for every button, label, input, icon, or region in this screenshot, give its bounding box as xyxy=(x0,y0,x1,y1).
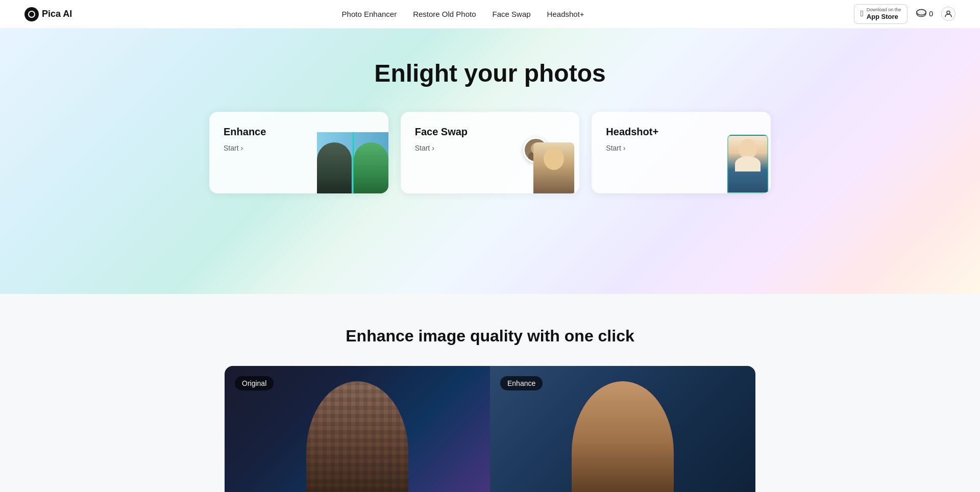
enhanced-image: Enhance xyxy=(490,366,755,492)
svg-point-2 xyxy=(917,10,926,15)
app-store-name: App Store xyxy=(867,13,901,21)
section-two-title: Enhance image quality with one click xyxy=(346,327,634,346)
nav-headshot-plus[interactable]: Headshot+ xyxy=(547,10,584,18)
logo-text: Pica AI xyxy=(42,9,72,19)
enhanced-side: Enhance xyxy=(490,366,755,492)
nav-face-swap[interactable]: Face Swap xyxy=(493,10,531,18)
face-photo-result xyxy=(533,142,574,193)
navbar: Pica AI Photo Enhancer Restore Old Photo… xyxy=(0,0,980,29)
nav-links: Photo Enhancer Restore Old Photo Face Sw… xyxy=(342,10,584,18)
enhance-card[interactable]: Enhance Start › xyxy=(209,112,388,193)
enhance-badge: Enhance xyxy=(500,376,543,390)
app-store-button[interactable]:  Download on the App Store xyxy=(854,4,908,23)
enhance-after-person xyxy=(354,142,388,193)
original-side: Original xyxy=(225,366,490,492)
before-after-comparison: Original Enhance xyxy=(225,366,755,492)
app-store-prefix: Download on the xyxy=(867,7,901,13)
apple-icon:  xyxy=(861,9,864,18)
enhance-card-image xyxy=(317,132,388,193)
faceswap-card[interactable]: Face Swap Start › xyxy=(401,112,580,193)
nav-photo-enhancer[interactable]: Photo Enhancer xyxy=(342,10,397,18)
faceswap-card-image xyxy=(508,132,579,193)
svg-point-3 xyxy=(947,11,950,14)
headshot-card-image xyxy=(699,132,771,193)
original-badge: Original xyxy=(235,376,274,390)
nav-restore-old-photo[interactable]: Restore Old Photo xyxy=(413,10,476,18)
credits-button[interactable]: 0 xyxy=(916,8,933,19)
hero-title: Enlight your photos xyxy=(374,59,605,87)
logo[interactable]: Pica AI xyxy=(24,7,72,21)
enhance-quality-section: Enhance image quality with one click Ori… xyxy=(0,294,980,492)
headshot-card[interactable]: Headshot+ Start › xyxy=(592,112,771,193)
credits-icon xyxy=(916,8,927,19)
feature-cards: Enhance Start › Face Swap Start › xyxy=(209,112,771,193)
headshot-photo-result xyxy=(727,135,768,193)
original-image: Original xyxy=(225,366,490,492)
hero-section: Enlight your photos Enhance Start › Face… xyxy=(0,29,980,294)
enhance-before-person xyxy=(317,142,352,193)
logo-icon xyxy=(24,7,39,21)
user-icon-button[interactable] xyxy=(941,7,955,21)
nav-right:  Download on the App Store 0 xyxy=(854,4,955,23)
enhance-divider xyxy=(353,132,354,193)
credits-count: 0 xyxy=(929,10,933,18)
